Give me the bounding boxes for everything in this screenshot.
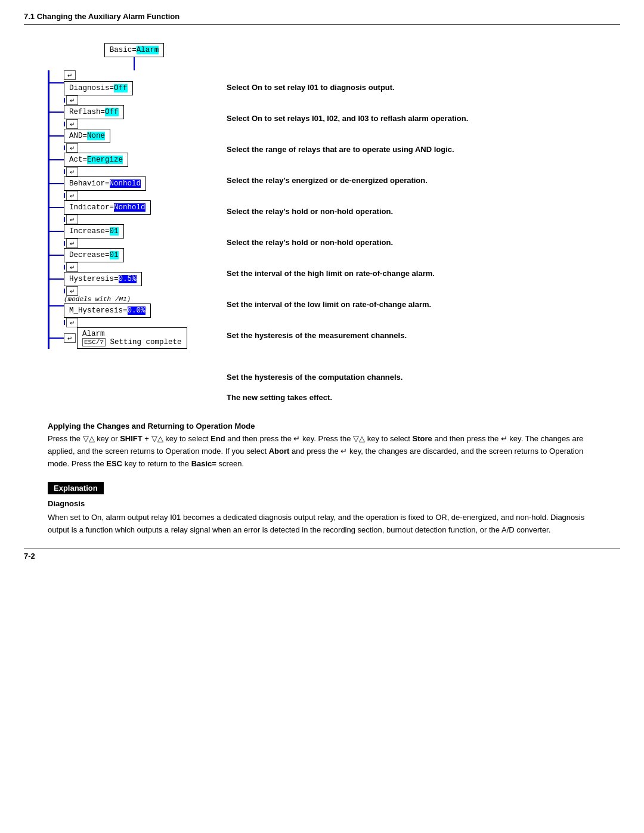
desc-reflash: Select On to set relays I01, I02, and I0… xyxy=(227,107,507,138)
indicator-plain: Indicator= xyxy=(69,203,114,212)
enter-between-3: ↵ xyxy=(64,143,78,153)
explanation-label: Explanation xyxy=(48,482,104,494)
alarm-complete-block: ↵ Alarm ESC/? Setting complete xyxy=(64,327,187,349)
desc-m-hysteresis: Set the hysteresis of the computation ch… xyxy=(227,355,507,386)
act-highlight: Energize xyxy=(87,156,123,164)
v-seg-6 xyxy=(64,217,65,222)
enter-key-1: ↵ xyxy=(66,95,78,105)
h-line-3 xyxy=(49,135,64,137)
applying-title: Applying the Changes and Returning to Op… xyxy=(48,422,596,431)
h-line-5 xyxy=(49,183,64,184)
diagnosis-body: When set to On, alarm output relay I01 b… xyxy=(48,512,596,537)
hysteresis-box: Hysteresis=0.5% xyxy=(64,272,142,286)
v-seg-4 xyxy=(64,169,65,174)
step-and-connector: AND=None xyxy=(49,129,110,143)
desc-decrease: Set the interval of the low limit on rat… xyxy=(227,293,507,324)
basic-label-plain: Basic= xyxy=(110,46,137,54)
header-title: 7.1 Changing the Auxiliary Alarm Functio… xyxy=(24,12,179,21)
flow-main: ↵ Diagnosis=Off ↵ xyxy=(48,70,221,349)
step-act-connector: Act=Energize xyxy=(49,153,128,167)
and-plain: AND= xyxy=(69,132,87,140)
enter-key-9: ↵ xyxy=(66,286,78,296)
desc-spacer-top xyxy=(227,43,507,76)
desc-diagnosis-text: Select On to set relay I01 to diagnosis … xyxy=(227,82,507,94)
h-line-8 xyxy=(49,255,64,256)
alarm-complete-esc: ESC/? Setting complete xyxy=(82,338,182,346)
top-connector xyxy=(134,57,135,70)
enter-key-6: ↵ xyxy=(66,215,78,224)
flow-steps: ↵ Diagnosis=Off ↵ xyxy=(49,70,187,349)
page-number: 7-2 xyxy=(24,549,620,561)
step-diagnosis-block: ↵ Diagnosis=Off xyxy=(64,70,133,95)
h-line-2 xyxy=(49,112,64,113)
indicator-box: Indicator=Nonhold xyxy=(64,200,151,215)
desc-and: Select the range of relays that are to o… xyxy=(227,138,507,169)
enter-between-8: ↵ xyxy=(64,262,78,272)
desc-alarm-complete: The new setting takes effect. xyxy=(227,386,507,410)
desc-indicator-text: Select the relay's hold or non-hold oper… xyxy=(227,237,507,249)
desc-hysteresis: Set the hysteresis of the measurement ch… xyxy=(227,324,507,355)
diag-highlight: Off xyxy=(114,84,128,92)
h-line-9 xyxy=(49,278,64,280)
applying-body: Press the ▽△ key or SHIFT + ▽△ key to se… xyxy=(48,433,596,470)
enter-key-2: ↵ xyxy=(66,119,78,129)
step-m-hysteresis-connector: (models with /M1) M_Hysteresis=0.0% xyxy=(49,296,151,318)
alarm-complete-row: ↵ Alarm ESC/? Setting complete xyxy=(64,327,187,349)
decrease-box: Decrease=01 xyxy=(64,248,124,262)
desc-decrease-text: Set the interval of the low limit on rat… xyxy=(227,299,507,311)
h-line-7 xyxy=(49,231,64,232)
increase-box: Increase=01 xyxy=(64,224,124,239)
enter-key-top: ↵ xyxy=(64,70,76,80)
step-behavior-connector: Behavior=Nonhold xyxy=(49,176,146,191)
diagram-wrapper: Basic=Alarm ↵ xyxy=(24,37,620,416)
decrease-highlight: 01 xyxy=(110,251,119,259)
enter-between-2: ↵ xyxy=(64,119,78,129)
desc-behavior: Select the relay's hold or non-hold oper… xyxy=(227,200,507,231)
enter-key-4: ↵ xyxy=(66,167,78,176)
v-seg-1 xyxy=(64,98,65,103)
hysteresis-plain: Hysteresis= xyxy=(69,275,119,283)
v-seg-10 xyxy=(64,320,65,325)
enter-between-9: ↵ xyxy=(64,286,78,296)
v-seg-2 xyxy=(64,122,65,126)
v-seg-9 xyxy=(64,289,65,293)
reflash-plain: Reflash= xyxy=(69,108,105,116)
decrease-plain: Decrease= xyxy=(69,251,110,259)
diagnosis-title: Diagnosis xyxy=(48,499,596,508)
flow-diagram: Basic=Alarm ↵ xyxy=(48,43,221,410)
m-hysteresis-block: (models with /M1) M_Hysteresis=0.0% xyxy=(64,296,151,318)
m-hysteresis-plain: M_Hysteresis= xyxy=(69,306,128,315)
basic-alarm-box: Basic=Alarm xyxy=(104,43,165,57)
v-line-top xyxy=(134,57,135,70)
desc-reflash-text: Select On to set relays I01, I02, and I0… xyxy=(227,113,507,125)
alarm-complete-box: Alarm ESC/? Setting complete xyxy=(77,327,187,349)
step-increase-connector: Increase=01 xyxy=(49,224,124,239)
enter-key-10: ↵ xyxy=(66,318,78,327)
step-alarm-complete-connector: ↵ Alarm ESC/? Setting complete xyxy=(49,327,187,349)
v-seg-3 xyxy=(64,145,65,150)
h-line-6 xyxy=(49,207,64,208)
desc-diagnosis: Select On to set relay I01 to diagnosis … xyxy=(227,76,507,107)
hysteresis-highlight: 0.5% xyxy=(119,275,137,283)
desc-increase: Set the interval of the high limit on ra… xyxy=(227,262,507,293)
m-hysteresis-box: M_Hysteresis=0.0% xyxy=(64,304,151,318)
behavior-highlight: Nonhold xyxy=(110,179,141,188)
behavior-plain: Behavior= xyxy=(69,179,110,188)
diagnosis-box: Diagnosis=Off xyxy=(64,81,133,95)
h-line-10 xyxy=(49,305,64,306)
desc-increase-text: Set the interval of the high limit on ra… xyxy=(227,268,507,280)
desc-act-text: Select the relay's energized or de-energ… xyxy=(227,175,507,187)
enter-key-3: ↵ xyxy=(66,143,78,153)
enter-between-4: ↵ xyxy=(64,167,78,176)
desc-indicator: Select the relay's hold or non-hold oper… xyxy=(227,231,507,262)
description-column: Select On to set relay I01 to diagnosis … xyxy=(221,43,507,410)
step-diagnosis-connector: ↵ Diagnosis=Off xyxy=(49,70,133,95)
desc-act: Select the relay's energized or de-energ… xyxy=(227,169,507,200)
enter-between-7: ↵ xyxy=(64,239,78,248)
step-decrease-connector: Decrease=01 xyxy=(49,248,124,262)
enter-key-terminal: ↵ xyxy=(64,333,76,343)
indicator-highlight: Nonhold xyxy=(114,203,145,212)
h-line-4 xyxy=(49,159,64,160)
diag-plain: Diagnosis= xyxy=(69,84,114,92)
step-reflash-connector: Reflash=Off xyxy=(49,105,124,119)
